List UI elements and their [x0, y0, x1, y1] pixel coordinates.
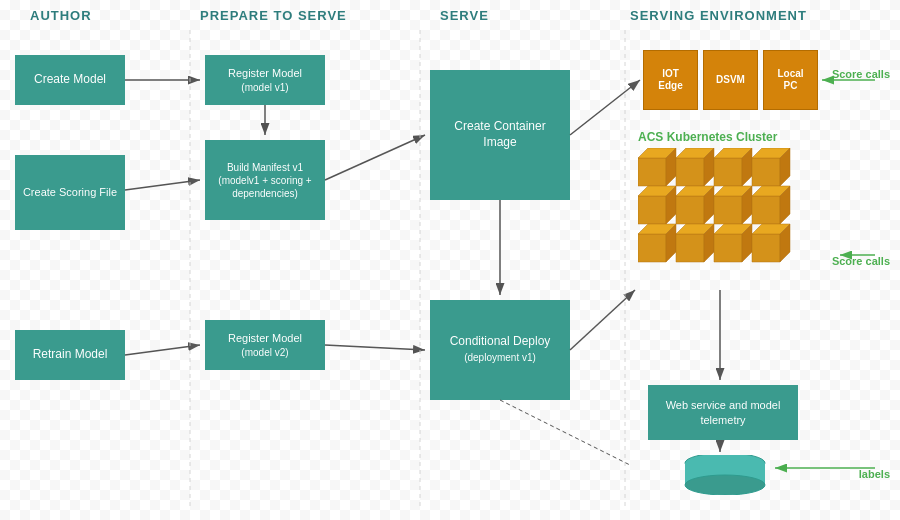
- create-model-box: Create Model: [15, 55, 125, 105]
- create-scoring-file-box: Create Scoring File: [15, 155, 125, 230]
- svg-line-12: [570, 80, 640, 135]
- register-model-v1-box: Register Model(model v1): [205, 55, 325, 105]
- score-calls-2: Score calls: [832, 255, 890, 267]
- register-model-v2-box: Register Model(model v2): [205, 320, 325, 370]
- database-cylinder: [680, 455, 770, 495]
- build-manifest-text: Build Manifest v1(modelv1 + scoring +dep…: [218, 161, 311, 200]
- svg-line-17: [570, 290, 635, 350]
- build-manifest-box: Build Manifest v1(modelv1 + scoring +dep…: [205, 140, 325, 220]
- score-calls-1: Score calls: [832, 68, 890, 80]
- create-container-image-box: Create ContainerImage: [430, 70, 570, 200]
- kubernetes-cubes: [638, 148, 838, 288]
- iot-edge-box: IOTEdge: [643, 50, 698, 110]
- acs-cluster-label: ACS Kubernetes Cluster: [638, 130, 777, 144]
- local-pc-text: LocalPC: [777, 68, 803, 92]
- web-service-text: Web service and modeltelemetry: [666, 398, 781, 427]
- prepare-header: PREPARE TO SERVE: [200, 8, 347, 23]
- create-container-image-text: Create ContainerImage: [454, 119, 545, 150]
- web-service-box: Web service and modeltelemetry: [648, 385, 798, 440]
- labels-text: labels: [859, 468, 890, 480]
- dsvm-text: DSVM: [716, 74, 745, 86]
- dsvm-box: DSVM: [703, 50, 758, 110]
- register-model-v2-text: Register Model(model v2): [228, 331, 302, 360]
- local-pc-box: LocalPC: [763, 50, 818, 110]
- serving-header: SERVING ENVIRONMENT: [630, 8, 807, 23]
- svg-point-5: [685, 475, 765, 495]
- conditional-deploy-text: Conditional Deploy(deployment v1): [450, 334, 551, 365]
- svg-line-11: [325, 135, 425, 180]
- svg-line-10: [125, 180, 200, 190]
- iot-edge-text: IOTEdge: [658, 68, 682, 92]
- svg-line-15: [125, 345, 200, 355]
- svg-line-16: [325, 345, 425, 350]
- author-header: AUTHOR: [30, 8, 92, 23]
- retrain-model-box: Retrain Model: [15, 330, 125, 380]
- conditional-deploy-box: Conditional Deploy(deployment v1): [430, 300, 570, 400]
- svg-line-22: [500, 400, 630, 465]
- serve-header: SERVE: [440, 8, 489, 23]
- register-model-v1-text: Register Model(model v1): [228, 66, 302, 95]
